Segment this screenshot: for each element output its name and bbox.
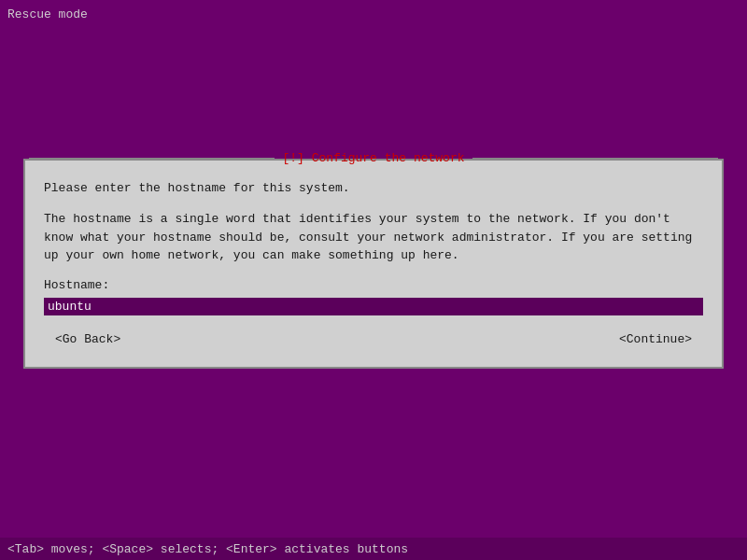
continue-button[interactable]: <Continue>: [612, 330, 699, 348]
hostname-input-wrapper: [44, 298, 703, 315]
dialog-body: Please enter the hostname for this syste…: [25, 165, 722, 367]
dialog-title-bar: [!] Configure the network: [25, 151, 722, 165]
configure-network-dialog: [!] Configure the network Please enter t…: [23, 159, 724, 369]
status-bar: <Tab> moves; <Space> selects; <Enter> ac…: [0, 538, 747, 560]
go-back-button[interactable]: <Go Back>: [48, 330, 128, 348]
hostname-label: Hostname:: [44, 278, 703, 292]
dialog-title-line-left: [29, 158, 275, 159]
rescue-mode-label: Rescue mode: [7, 7, 88, 21]
dialog-intro: Please enter the hostname for this syste…: [44, 180, 703, 197]
dialog-title: [!] Configure the network: [278, 151, 468, 165]
hostname-input[interactable]: [44, 298, 703, 315]
dialog-description: The hostname is a single word that ident…: [44, 210, 703, 265]
dialog-title-line-right: [472, 158, 718, 159]
dialog-buttons: <Go Back> <Continue>: [44, 330, 703, 352]
status-bar-text: <Tab> moves; <Space> selects; <Enter> ac…: [7, 542, 408, 556]
